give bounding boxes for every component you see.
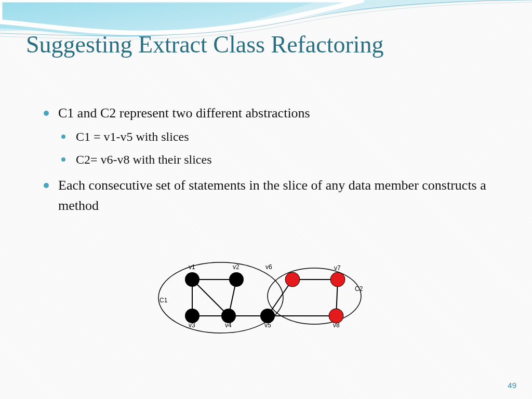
- bullet-1-text: C1 and C2 represent two different abstra…: [58, 105, 310, 121]
- bullet-2: Each consecutive set of statements in th…: [41, 175, 501, 216]
- label-v4: v4: [225, 322, 232, 329]
- svg-point-13: [229, 272, 244, 287]
- label-v3: v3: [189, 322, 195, 329]
- label-v5: v5: [264, 322, 271, 329]
- cluster-diagram: v1 v2 v6 v7 v3 v4 v5 v8 C1 C2: [148, 248, 377, 342]
- bullet-1b: C2= v6-v8 with their slices: [58, 150, 501, 169]
- bullet-1: C1 and C2 represent two different abstra…: [41, 103, 501, 169]
- bullet-1a: C1 = v1-v5 with slices: [58, 127, 501, 146]
- svg-point-16: [260, 309, 275, 323]
- slide-title: Suggesting Extract Class Refactoring: [26, 31, 501, 59]
- label-v1: v1: [189, 263, 195, 271]
- label-v8: v8: [333, 322, 340, 329]
- slide-body: C1 and C2 represent two different abstra…: [41, 103, 501, 222]
- label-v2: v2: [233, 263, 240, 271]
- svg-point-18: [330, 272, 345, 287]
- label-c2: C2: [355, 285, 363, 292]
- svg-line-4: [192, 280, 229, 316]
- svg-point-15: [221, 309, 236, 323]
- svg-point-14: [185, 309, 200, 323]
- svg-point-17: [285, 272, 300, 287]
- label-c1: C1: [159, 297, 168, 304]
- label-v6: v6: [265, 263, 272, 271]
- label-v7: v7: [334, 264, 341, 272]
- page-number: 49: [508, 381, 516, 390]
- svg-point-12: [185, 272, 200, 287]
- svg-point-19: [329, 309, 343, 323]
